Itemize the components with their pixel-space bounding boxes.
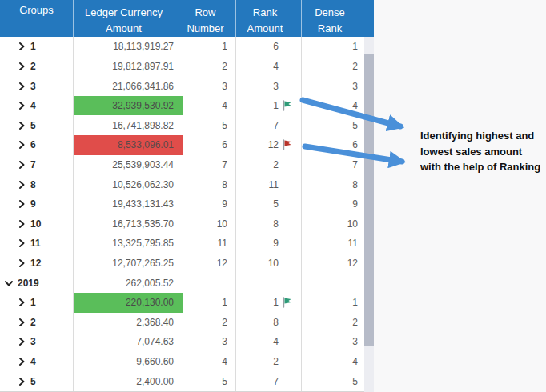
expand-chevron-icon[interactable] [18,161,26,169]
column-header-dense-rank[interactable]: Dense Rank [302,0,374,37]
row-number-cell [183,273,236,293]
expand-chevron-icon[interactable] [18,358,26,366]
column-header-label: Rank [253,5,277,21]
group-cell[interactable]: 7 [0,155,74,175]
expand-chevron-icon[interactable] [18,102,26,110]
rank-amount-value: 6 [273,41,279,52]
group-label: 10 [30,218,41,230]
dense-rank-value: 1 [352,41,358,52]
ledger-amount-value: 21,066,341.86 [112,81,174,92]
group-cell[interactable]: 5 [0,371,74,391]
rank-amount-value: 11 [269,179,279,190]
group-cell[interactable]: 3 [0,332,74,352]
rank-amount-cell: 4 [236,57,302,77]
expand-chevron-icon[interactable] [18,239,26,247]
group-cell[interactable]: 5 [0,115,74,135]
dense-rank-cell: 1 [302,293,374,313]
column-header-groups[interactable]: Groups [0,0,74,37]
row-number-value: 6 [222,139,227,150]
expand-chevron-icon[interactable] [18,318,26,326]
rank-amount-cell: 4 [236,332,302,352]
row-number-cell: 2 [183,313,236,333]
group-cell[interactable]: 11 [0,234,74,254]
group-cell[interactable]: 6 [0,135,74,155]
row-number-cell: 5 [183,371,236,391]
table-row: 5 16,741,898.82 5 7 5 [0,115,374,135]
expand-chevron-icon[interactable] [18,122,26,130]
ledger-amount-cell: 16,713,535.70 [74,214,183,234]
row-number-value: 1 [222,297,227,308]
expand-chevron-icon[interactable] [18,42,26,50]
group-cell[interactable]: 2 [0,57,74,77]
dense-rank-cell: 3 [302,76,374,96]
table-row: 11 13,325,795.85 11 9 11 [0,234,374,254]
expand-chevron-icon[interactable] [18,220,26,228]
ledger-amount-value: 12,707,265.25 [112,258,174,269]
table-row: 8 10,526,062.30 8 11 8 [0,174,374,194]
dense-rank-value: 4 [352,356,358,367]
group-cell[interactable]: 2 [0,313,74,333]
row-number-cell: 8 [183,174,236,194]
ledger-amount-value: 32,939,530.92 [112,100,174,111]
row-number-cell: 3 [183,76,236,96]
group-cell[interactable]: 4 [0,96,74,116]
column-header-rank-amount[interactable]: Rank Amount [236,0,302,37]
group-label: 2019 [18,278,39,289]
dense-rank-cell: 4 [302,96,374,116]
rank-amount-cell: 6 [236,37,302,57]
dense-rank-value: 10 [347,218,358,230]
expand-chevron-icon[interactable] [18,200,26,208]
table-row: 1 18,113,919.27 1 6 1 [0,37,374,57]
dense-rank-cell: 4 [302,352,374,372]
vertical-scrollbar-thumb[interactable] [364,54,374,346]
expand-chevron-icon[interactable] [18,141,26,149]
ledger-amount-cell: 262,005.52 [74,273,183,293]
rank-amount-cell: 2 [236,352,302,372]
dense-rank-value: 6 [352,139,358,150]
dense-rank-value: 11 [348,238,358,249]
group-cell[interactable]: 1 [0,37,74,57]
group-cell[interactable]: 2019 [0,273,74,293]
group-label: 3 [30,81,36,92]
dense-rank-value: 2 [352,61,358,72]
expand-chevron-icon[interactable] [18,378,26,386]
ledger-amount-cell: 12,707,265.25 [74,254,183,274]
column-header-label: Row [195,5,215,21]
rank-amount-cell: 1 [236,96,302,116]
row-number-cell: 9 [183,194,236,214]
column-header-ledger-currency-amount[interactable]: Ledger Currency Amount [74,0,183,37]
group-cell[interactable]: 12 [0,254,74,274]
ledger-amount-value: 16,741,898.82 [112,120,174,131]
rank-amount-value: 12 [268,139,279,150]
table-row: 2 2,368.40 2 8 2 [0,313,374,333]
group-cell[interactable]: 3 [0,76,74,96]
expand-chevron-icon[interactable] [18,62,26,70]
row-number-cell: 11 [183,234,236,254]
rank-amount-value: 10 [268,258,279,269]
table-row: 10 16,713,535.70 10 8 10 [0,214,374,234]
group-cell[interactable]: 10 [0,214,74,234]
dense-rank-cell: 5 [302,115,374,135]
row-number-cell: 7 [183,155,236,175]
rank-amount-cell [236,273,302,293]
expand-chevron-icon[interactable] [18,181,26,189]
row-number-value: 10 [217,218,227,230]
column-header-label: Groups [19,2,54,18]
ledger-amount-cell: 2,368.40 [74,313,183,333]
column-header-row-number[interactable]: Row Number [183,0,236,37]
expand-chevron-icon[interactable] [18,82,26,90]
rank-amount-cell: 12 [236,135,302,155]
group-cell[interactable]: 8 [0,174,74,194]
ledger-amount-value: 10,526,062.30 [112,179,174,190]
expand-chevron-icon[interactable] [18,259,26,267]
group-cell[interactable]: 4 [0,352,74,372]
annotation-text: Identifying highest and lowest sales amo… [420,128,546,175]
row-number-value: 3 [222,81,227,92]
expand-chevron-icon[interactable] [5,279,13,287]
group-cell[interactable]: 1 [0,293,74,313]
column-header-label: Rank [318,21,342,37]
expand-chevron-icon[interactable] [18,298,26,306]
group-cell[interactable]: 9 [0,194,74,214]
expand-chevron-icon[interactable] [18,338,26,346]
group-label: 4 [30,356,36,367]
